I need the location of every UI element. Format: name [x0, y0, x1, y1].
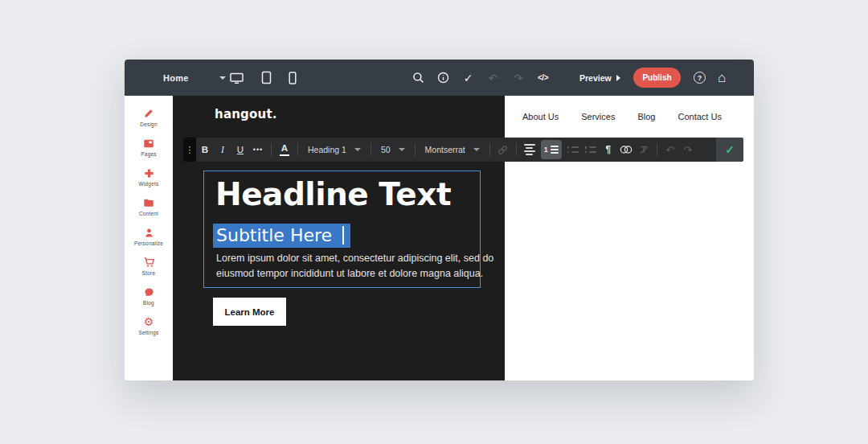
divider [657, 143, 657, 156]
sidebar-item-pages[interactable]: Pages [125, 138, 173, 157]
sidebar-item-settings[interactable]: ⚙ Settings [125, 316, 173, 335]
chevron-down-icon [219, 76, 226, 80]
sidebar-item-design[interactable]: Design [125, 108, 173, 127]
pencil-icon [143, 108, 154, 119]
overlapping-circles-icon[interactable] [617, 138, 635, 162]
person-icon [144, 227, 154, 238]
preview-button[interactable]: Preview [579, 60, 620, 96]
drag-handle-icon[interactable]: ⋮ [183, 138, 196, 162]
cart-icon [143, 257, 155, 268]
subtitle-text: Subtitle Here [216, 225, 332, 245]
sidebar-item-store[interactable]: Store [125, 257, 173, 276]
bullet-list-icon [567, 146, 579, 153]
subtitle-row: Subtitle Here [213, 224, 350, 248]
search-icon[interactable] [411, 60, 426, 96]
body-line-2: eiusmod tempor incididunt ut labore et d… [216, 266, 493, 282]
text-cursor [342, 226, 344, 245]
headline-text[interactable]: Headline Text [215, 176, 451, 212]
page-selector-dropdown[interactable]: Home [163, 60, 226, 96]
page-selector-label: Home [163, 73, 189, 83]
checkmark-icon[interactable]: ✓ [461, 60, 476, 96]
body-paragraph[interactable]: Lorem ipsum dolor sit amet, consectetur … [216, 251, 493, 282]
tablet-icon[interactable] [261, 71, 272, 84]
line-spacing-icon: 1 [544, 146, 559, 154]
align-center-icon [524, 144, 535, 154]
folder-icon [143, 197, 154, 208]
text-color-button[interactable]: A [276, 138, 293, 162]
numbered-list-button[interactable] [582, 138, 600, 162]
chevron-down-icon [354, 148, 361, 151]
info-icon[interactable] [436, 60, 451, 96]
pages-icon [143, 138, 154, 149]
help-button[interactable]: ? [694, 60, 706, 96]
sidebar-item-blog[interactable]: Blog [125, 286, 173, 306]
nav-link-about-us[interactable]: About Us [522, 112, 559, 121]
body-line-1: Lorem ipsum dolor sit amet, consectetur … [216, 251, 493, 266]
redo-icon[interactable]: ↷ [679, 138, 697, 162]
learn-more-button[interactable]: Learn More [213, 298, 286, 326]
redo-icon[interactable]: ↷ [510, 60, 526, 96]
underline-button[interactable]: U [231, 138, 249, 162]
more-options-button[interactable]: ••• [249, 138, 267, 162]
app-window: Home [125, 60, 754, 380]
numbered-list-icon [585, 146, 597, 153]
nav-link-services[interactable]: Services [581, 112, 615, 121]
divider [271, 143, 272, 156]
question-mark-icon: ? [694, 72, 706, 84]
bullet-list-button[interactable] [564, 138, 582, 162]
subtitle-selected-text[interactable]: Subtitle Here [213, 224, 350, 248]
text-color-icon: A [280, 143, 289, 156]
divider [371, 143, 371, 156]
align-center-button[interactable] [521, 138, 538, 162]
font-size-dropdown[interactable]: 50 [375, 138, 411, 162]
bold-button[interactable]: B [196, 138, 214, 162]
undo-icon[interactable]: ↶ [661, 138, 679, 162]
editor-sidebar: Design Pages Widgets [125, 96, 173, 380]
nav-link-blog[interactable]: Blog [637, 112, 655, 121]
code-embed-icon[interactable]: </> [535, 60, 551, 96]
chat-bubble-icon [144, 286, 154, 298]
preview-label: Preview [579, 73, 612, 83]
divider [489, 143, 490, 156]
chevron-down-icon [473, 148, 480, 151]
device-preview-switcher [229, 60, 297, 96]
paragraph-style-dropdown[interactable]: Heading 1 [302, 138, 366, 162]
undo-icon[interactable]: ↶ [485, 60, 501, 96]
site-logo[interactable]: hangout. [215, 107, 277, 121]
confirm-button[interactable]: ✓ [716, 138, 743, 162]
topbar-tools: ✓ ↶ ↷ </> [411, 60, 551, 96]
nav-link-contact-us[interactable]: Contact Us [678, 112, 721, 121]
chevron-down-icon [399, 148, 405, 151]
site-nav: About Us Services Blog Contact Us [505, 96, 754, 121]
paragraph-direction-button[interactable]: ¶ [600, 138, 617, 162]
desktop-icon[interactable] [229, 72, 244, 84]
sidebar-item-content[interactable]: Content [125, 197, 173, 216]
publish-button[interactable]: Publish [633, 68, 681, 88]
font-family-dropdown[interactable]: Montserrat [420, 138, 485, 162]
home-icon[interactable]: ⌂ [718, 60, 726, 96]
link-icon[interactable] [494, 138, 512, 162]
clear-formatting-icon[interactable] [635, 138, 653, 162]
mobile-icon[interactable] [289, 72, 297, 84]
divider [297, 143, 298, 156]
sidebar-item-personalize[interactable]: Personalize [125, 227, 173, 246]
editor-topbar: Home [125, 60, 754, 96]
line-spacing-button[interactable]: 1 [541, 140, 562, 159]
sidebar-item-widgets[interactable]: Widgets [125, 167, 173, 187]
plus-icon [144, 167, 154, 179]
divider [415, 143, 416, 156]
text-block-selection[interactable]: Headline Text Subtitle Here Lorem ipsum … [203, 171, 481, 288]
divider [516, 143, 517, 156]
text-format-toolbar: ⋮ B I U ••• A Heading 1 50 [183, 138, 743, 162]
page-background: Home [0, 0, 868, 444]
gear-icon: ⚙ [144, 316, 154, 327]
italic-button[interactable]: I [214, 138, 231, 162]
play-icon [616, 75, 620, 81]
